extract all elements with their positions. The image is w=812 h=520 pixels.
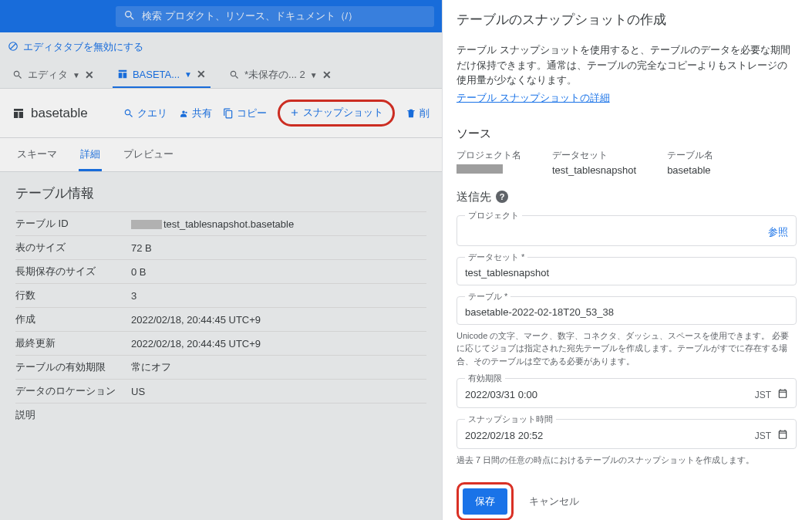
subtab-schema[interactable]: スキーマ	[15, 138, 59, 171]
field-label: データセット *	[465, 252, 527, 263]
table-row: 説明	[15, 404, 426, 427]
learn-more-link[interactable]: テーブル スナップショットの詳細	[457, 91, 610, 105]
actions: 保存 キャンセル	[457, 482, 797, 521]
redacted	[131, 220, 162, 229]
save-button[interactable]: 保存	[463, 488, 507, 515]
block-icon	[8, 41, 19, 54]
field-label: スナップショット時間	[465, 414, 556, 425]
tab-basetable[interactable]: BASETA... ▼ ✕	[113, 62, 211, 88]
calendar-icon[interactable]	[777, 429, 788, 442]
table-header: basetable クエリ 共有 コピー スナップショット 削	[0, 89, 442, 138]
search-small-icon	[229, 69, 240, 80]
source-table: テーブル名 basetable	[667, 149, 713, 176]
expiration-field[interactable]: 有効期限 2022/03/31 0:00 JST	[457, 378, 797, 408]
field-label: テーブル *	[465, 291, 510, 302]
table-field[interactable]: テーブル * basetable-2022-02-18T20_53_38	[457, 296, 797, 325]
tz-label: JST	[755, 431, 771, 441]
panel-title: テーブルのスナップショットの作成	[457, 11, 797, 29]
snapshot-icon	[289, 107, 300, 118]
highlight-save: 保存	[457, 482, 514, 521]
table-row: 作成2022/02/18, 20:44:45 UTC+9	[15, 308, 426, 332]
share-icon	[178, 108, 189, 119]
subtab-details[interactable]: 詳細	[79, 138, 102, 171]
tab-editor[interactable]: エディタ ▼ ✕	[8, 62, 99, 88]
table-row: 行数3	[15, 284, 426, 308]
browse-button[interactable]: 参照	[768, 225, 788, 239]
search-box[interactable]: 検索 プロダクト、リソース、ドキュメント（/）	[116, 6, 434, 27]
search-placeholder: 検索 プロダクト、リソース、ドキュメント（/）	[142, 9, 358, 23]
panel-description: テーブル スナップショットを使用すると、テーブルのデータを必要な期間だけ保持でき…	[457, 42, 797, 88]
calendar-icon[interactable]	[777, 388, 788, 401]
expiration-value: 2022/03/31 0:00	[465, 389, 755, 400]
top-bar: 検索 プロダクト、リソース、ドキュメント（/）	[0, 0, 442, 32]
project-field[interactable]: プロジェクト 参照	[457, 215, 797, 246]
info-section: テーブル情報 テーブル IDtest_tablesnapshot.basetab…	[0, 172, 442, 439]
info-table: テーブル IDtest_tablesnapshot.basetable 表のサイ…	[15, 211, 426, 427]
table-row: データのロケーションUS	[15, 380, 426, 404]
table-row: 表のサイズ72 B	[15, 236, 426, 260]
highlight-snapshot: スナップショット	[278, 100, 395, 127]
delete-button[interactable]: 削	[406, 106, 430, 120]
table-row: 長期保存のサイズ0 B	[15, 260, 426, 284]
close-icon[interactable]: ✕	[197, 68, 206, 80]
source-dataset: データセット test_tablesnapshot	[552, 149, 636, 176]
snaptime-field[interactable]: スナップショット時間 2022/02/18 20:52 JST	[457, 419, 797, 449]
query-button[interactable]: クエリ	[123, 106, 167, 120]
dest-heading: 送信先 ?	[457, 190, 797, 204]
field-label: プロジェクト	[465, 210, 522, 221]
table-row: テーブル IDtest_tablesnapshot.basetable	[15, 212, 426, 236]
search-icon	[123, 108, 134, 119]
source-grid: プロジェクト名 データセット test_tablesnapshot テーブル名 …	[457, 149, 797, 176]
delete-icon	[406, 108, 416, 119]
table-row: テーブルの有効期限常にオフ	[15, 356, 426, 380]
dataset-field[interactable]: データセット * test_tablesnapshot	[457, 257, 797, 285]
snaptime-value: 2022/02/18 20:52	[465, 430, 755, 441]
help-icon[interactable]: ?	[496, 191, 508, 203]
search-icon	[123, 9, 136, 24]
table-icon	[12, 107, 25, 120]
table-value: basetable-2022-02-18T20_53_38	[465, 306, 788, 318]
close-icon[interactable]: ✕	[322, 69, 332, 81]
chevron-down-icon: ▼	[310, 71, 318, 79]
snaptime-helper: 過去 7 日間の任意の時点におけるテーブルのスナップショットを作成します。	[457, 454, 797, 467]
table-title: basetable	[12, 106, 113, 121]
close-icon[interactable]: ✕	[85, 69, 94, 81]
field-label: 有効期限	[465, 373, 505, 384]
chevron-down-icon: ▼	[184, 70, 192, 79]
table-helper: Unicode の文字、マーク、数字、コネクタ、ダッシュ、スペースを使用できます…	[457, 329, 797, 368]
main-content-dimmed: 検索 プロダクト、リソース、ドキュメント（/） エディタタブを無効にする エディ…	[0, 0, 442, 520]
subtabs: スキーマ 詳細 プレビュー	[0, 138, 442, 172]
dataset-value: test_tablesnapshot	[465, 267, 788, 279]
table-row: 最終更新2022/02/18, 20:44:45 UTC+9	[15, 332, 426, 356]
copy-button[interactable]: コピー	[223, 106, 267, 120]
copy-icon	[223, 108, 234, 119]
chevron-down-icon: ▼	[72, 71, 80, 79]
tz-label: JST	[755, 390, 771, 400]
table-icon	[117, 69, 128, 79]
tabs-row: エディタ ▼ ✕ BASETA... ▼ ✕ *未保存の... 2 ▼ ✕	[0, 59, 442, 89]
redacted	[457, 164, 503, 174]
source-heading: ソース	[457, 127, 797, 141]
editor-disable-label: エディタタブを無効にする	[23, 40, 143, 54]
share-button[interactable]: 共有	[178, 106, 212, 120]
source-project: プロジェクト名	[457, 149, 521, 176]
info-title: テーブル情報	[15, 184, 426, 211]
cancel-button[interactable]: キャンセル	[529, 495, 579, 508]
subtab-preview[interactable]: プレビュー	[122, 138, 175, 171]
search-small-icon	[12, 69, 23, 80]
tab-unsaved[interactable]: *未保存の... 2 ▼ ✕	[224, 62, 336, 88]
snapshot-panel: テーブルのスナップショットの作成 テーブル スナップショットを使用すると、テーブ…	[442, 0, 812, 520]
snapshot-button[interactable]: スナップショット	[289, 106, 383, 120]
editor-disable-link[interactable]: エディタタブを無効にする	[0, 32, 442, 59]
